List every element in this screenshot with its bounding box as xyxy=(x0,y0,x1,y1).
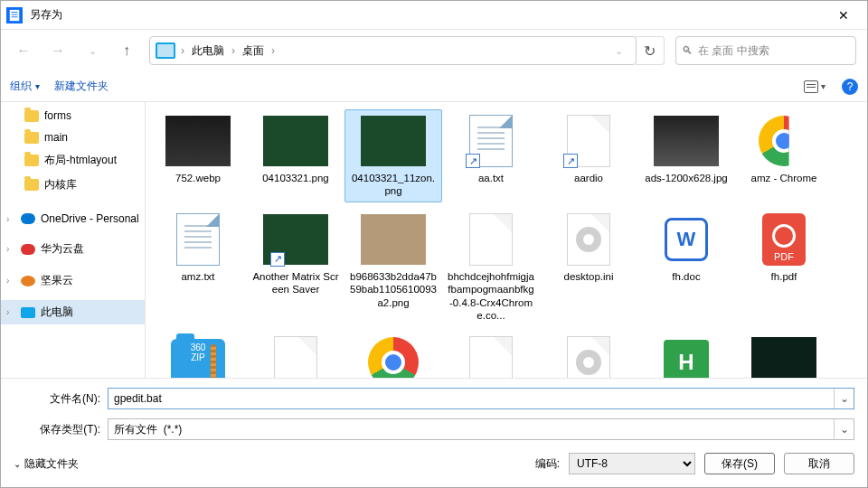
hide-folders-label: 隐藏文件夹 xyxy=(24,456,79,472)
file-item[interactable]: 752.webp xyxy=(149,109,247,202)
file-item[interactable]: ↗aardio xyxy=(540,109,637,202)
organize-menu[interactable]: 组织 ▾ xyxy=(10,79,40,94)
tree-folder[interactable]: main xyxy=(1,127,145,148)
file-thumb xyxy=(556,212,621,267)
file-item[interactable]: amz.txt xyxy=(149,208,247,325)
tree-cloud[interactable]: ›华为云盘 xyxy=(1,237,145,261)
recent-button[interactable]: ⌄ xyxy=(80,39,104,62)
file-name: 04103321.png xyxy=(262,172,329,184)
crumb-pc[interactable]: 此电脑 xyxy=(190,43,226,59)
address-bar[interactable]: › 此电脑 › 桌面 › ⌄ xyxy=(149,36,637,65)
file-item[interactable]: ads-1200x628.jpg xyxy=(637,109,735,202)
forward-button[interactable]: → xyxy=(46,39,70,62)
chevron-right-icon: › xyxy=(271,44,275,57)
file-item[interactable] xyxy=(540,331,637,378)
file-item[interactable]: H xyxy=(637,331,735,378)
file-item[interactable]: PDFfh.pdf xyxy=(735,208,833,325)
save-button[interactable]: 保存(S) xyxy=(704,453,775,474)
tree-folder[interactable]: forms xyxy=(1,105,145,127)
folder-icon xyxy=(24,179,39,191)
tree-folder[interactable]: 内核库 xyxy=(1,173,145,197)
tree-this-pc[interactable]: ›此电脑 xyxy=(1,300,145,324)
file-thumb: H xyxy=(654,335,719,378)
file-icon xyxy=(469,213,513,266)
body: formsmain布局-htmlayout内核库›OneDrive - Pers… xyxy=(1,102,867,379)
file-item[interactable]: 04103321.png xyxy=(247,109,344,202)
tree-label: 此电脑 xyxy=(41,305,73,320)
file-item[interactable] xyxy=(442,331,540,378)
file-item[interactable]: amz - Chrome xyxy=(735,109,833,202)
files-grid: 752.webp04103321.png04103321_11zon.png↗a… xyxy=(149,109,863,378)
file-item[interactable] xyxy=(735,331,833,378)
tree-cloud[interactable]: ›OneDrive - Personal xyxy=(1,208,145,230)
file-thumb xyxy=(458,335,524,378)
tree-label: 内核库 xyxy=(44,177,77,192)
hide-folders-toggle[interactable]: ⌄ 隐藏文件夹 xyxy=(14,456,79,472)
file-name: bhchdcejhohfmigjafbampogmaanbfkg-0.4.8-C… xyxy=(447,270,535,321)
file-thumb: PDF xyxy=(751,212,816,267)
filename-input[interactable] xyxy=(108,389,834,408)
cancel-button[interactable]: 取消 xyxy=(784,453,854,474)
file-item[interactable]: ↗Another Matrix Screen Saver xyxy=(247,208,344,325)
file-thumb xyxy=(165,114,231,168)
encoding-label: 编码: xyxy=(535,456,560,472)
encoding-select[interactable]: UTF-8 xyxy=(569,453,695,474)
file-pane[interactable]: 752.webp04103321.png04103321_11zon.png↗a… xyxy=(146,102,867,378)
file-name: 04103321_11zon.png xyxy=(349,172,438,198)
file-name: b968633b2dda47b59bab1105610093a2.png xyxy=(349,270,438,309)
file-thumb xyxy=(751,335,816,378)
filetype-dropdown[interactable]: ⌄ xyxy=(834,419,854,439)
file-name: desktop.ini xyxy=(564,270,614,283)
close-button[interactable]: ✕ xyxy=(826,3,862,28)
help-button[interactable]: ? xyxy=(842,79,858,95)
bottom-panel: 文件名(N): ⌄ 保存类型(T): ⌄ ⌄ 隐藏文件夹 编码: UTF-8 保… xyxy=(1,379,867,487)
chevron-right-icon: › xyxy=(6,244,15,254)
back-button[interactable]: ← xyxy=(12,39,35,62)
file-name: 752.webp xyxy=(175,172,221,184)
file-item[interactable] xyxy=(344,331,442,378)
file-item[interactable]: 360ZIP xyxy=(149,331,247,378)
filename-dropdown[interactable]: ⌄ xyxy=(834,389,854,408)
view-options-button[interactable]: ▾ xyxy=(802,75,827,99)
file-item[interactable]: Wfh.doc xyxy=(637,208,735,325)
shortcut-badge: ↗ xyxy=(270,252,285,267)
doc-icon: W xyxy=(665,218,708,261)
tree-label: forms xyxy=(44,109,71,122)
cloud-icon xyxy=(21,276,35,286)
image-thumb xyxy=(361,116,426,166)
file-item[interactable]: bhchdcejhohfmigjafbampogmaanbfkg-0.4.8-C… xyxy=(442,208,540,325)
filename-field[interactable]: ⌄ xyxy=(108,388,854,409)
search-placeholder: 在 桌面 中搜索 xyxy=(698,43,769,59)
file-name: ads-1200x628.jpg xyxy=(645,172,727,184)
file-name: fh.pdf xyxy=(771,270,797,283)
folder-icon xyxy=(24,155,39,166)
file-item[interactable]: ↗aa.txt xyxy=(442,109,540,202)
file-name: Another Matrix Screen Saver xyxy=(251,270,340,296)
folder-icon xyxy=(24,132,39,144)
tree-folder[interactable]: 布局-htmlayout xyxy=(1,148,145,173)
file-item[interactable]: desktop.ini xyxy=(540,208,637,325)
new-folder-button[interactable]: 新建文件夹 xyxy=(54,79,108,94)
filetype-input[interactable] xyxy=(108,419,834,439)
chrome-icon xyxy=(368,337,419,378)
address-dropdown[interactable]: ⌄ xyxy=(607,39,630,62)
file-thumb xyxy=(165,212,231,267)
up-button[interactable]: ↑ xyxy=(115,39,138,62)
app-icon: H xyxy=(664,340,709,378)
search-box[interactable]: 🔍︎ 在 桌面 中搜索 xyxy=(675,36,856,65)
filetype-field[interactable]: ⌄ xyxy=(108,418,854,440)
file-thumb xyxy=(263,335,328,378)
shortcut-badge: ↗ xyxy=(466,154,480,168)
file-item[interactable] xyxy=(247,331,344,378)
file-item[interactable]: 04103321_11zon.png xyxy=(344,109,442,202)
refresh-button[interactable]: ↻ xyxy=(636,36,665,65)
crumb-desktop[interactable]: 桌面 xyxy=(241,43,266,59)
shortcut-badge: ↗ xyxy=(563,154,578,168)
chevron-down-icon: ⌄ xyxy=(14,459,21,469)
tree-cloud[interactable]: ›坚果云 xyxy=(1,268,145,293)
file-thumb: 360ZIP xyxy=(165,335,231,378)
file-item[interactable]: b968633b2dda47b59bab1105610093a2.png xyxy=(344,208,442,325)
image-thumb xyxy=(654,116,719,166)
text-file-icon xyxy=(176,213,220,266)
nav-row: ← → ⌄ ↑ › 此电脑 › 桌面 › ⌄ ↻ 🔍︎ 在 桌面 中搜索 xyxy=(1,30,867,71)
